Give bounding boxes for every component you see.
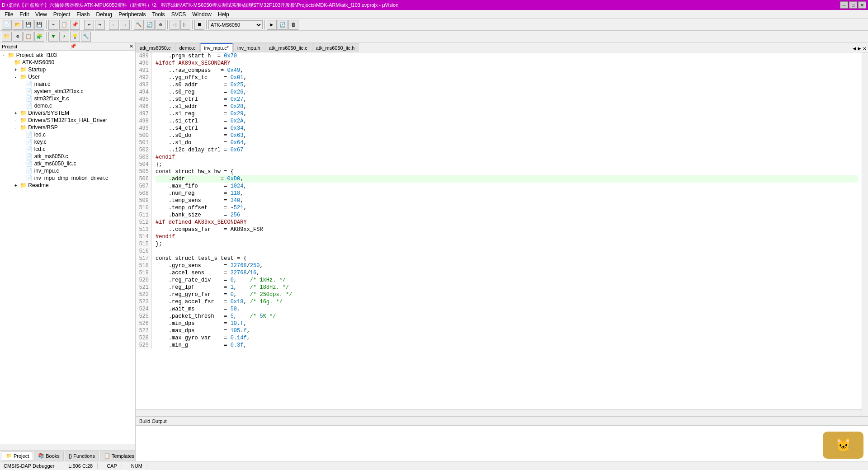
menu-item-edit[interactable]: Edit [17, 10, 32, 19]
code-line[interactable]: .packet_thresh = 5, /* 5% */ [156, 313, 858, 320]
tree-item[interactable]: 📄 lcd.c [0, 146, 135, 153]
code-line[interactable]: .addr = 0xD0, [156, 175, 858, 183]
flasher-button[interactable]: 💡 [70, 32, 80, 42]
code-line[interactable]: ..s1_ctrl = 0x2A, [156, 118, 858, 125]
tree-item[interactable]: + 📁 Startup [0, 66, 135, 73]
tree-item[interactable]: 📄 atk_ms6050_iic.c [0, 160, 135, 167]
flash-button[interactable]: ⚡ [59, 32, 69, 42]
editor-tab[interactable]: inv_mpu.h [233, 43, 264, 52]
menu-item-debug[interactable]: Debug [94, 10, 115, 19]
code-line[interactable]: ..s0_reg = 0x26, [156, 89, 858, 96]
build-output-content[interactable] [136, 426, 868, 461]
sidebar-close-icon[interactable]: ✕ [129, 43, 133, 49]
bottom-tab-project[interactable]: 📁Project [2, 451, 33, 461]
menu-item-window[interactable]: Window [189, 10, 214, 19]
code-line[interactable]: ..s0_do = 0x63, [156, 132, 858, 139]
build-button[interactable]: 🔨 [134, 20, 144, 30]
erase-button[interactable]: 🗑 [288, 20, 298, 30]
code-line[interactable]: ..yg_offs_tc = 0x01, [156, 74, 858, 81]
tree-item[interactable]: - 📁 Drivers/STM32F1xx_HAL_Driver [0, 117, 135, 124]
code-lines[interactable]: .prgm_start_h = 0x70#ifdef AK89xx_SECOND… [152, 52, 862, 349]
menu-item-view[interactable]: View [33, 10, 50, 19]
tree-item[interactable]: 📄 key.c [0, 138, 135, 146]
tree-item[interactable]: + 📁 Readme [0, 182, 135, 189]
download-button[interactable]: ▼ [48, 32, 58, 42]
sidebar-pin-icon[interactable]: 📌 [70, 43, 76, 49]
batch-build-button[interactable]: ⚙ [156, 20, 165, 30]
save-button[interactable]: 💾 [24, 20, 33, 30]
maximize-button[interactable]: □ [849, 1, 857, 9]
code-line[interactable]: .min_dps = 10.f, [156, 320, 858, 327]
code-line[interactable]: ..s4_ctrl = 0x34, [156, 125, 858, 132]
code-line[interactable]: #if defined AK89xx_SECONDARY [156, 219, 858, 226]
code-line[interactable]: .gyro_sens = 32768/250, [156, 262, 858, 269]
expand-icon[interactable]: + [13, 111, 19, 116]
code-line[interactable]: }; [156, 240, 858, 248]
open-button[interactable]: 📂 [13, 20, 23, 30]
code-line[interactable]: .reg_accel_fsr = 0x18, /* 16g. */ [156, 298, 858, 306]
menu-item-peripherals[interactable]: Peripherals [116, 10, 149, 19]
code-line[interactable]: .temp_offset = -521, [156, 204, 858, 212]
expand-icon[interactable]: + [13, 67, 19, 72]
cut-button[interactable]: ✂ [48, 20, 58, 30]
undo-button[interactable]: ↩ [84, 20, 94, 30]
tree-item[interactable]: 📄 main.c [0, 80, 135, 88]
code-line[interactable]: }; [156, 161, 858, 168]
rebuild-button[interactable]: 🔄 [145, 20, 155, 30]
reset-button[interactable]: 🔃 [278, 20, 288, 30]
tree-item[interactable]: - 📁 ATK-MS6050 [0, 59, 135, 66]
editor-tab[interactable]: demo.c [175, 43, 199, 52]
code-line[interactable]: .min_g = 0.3f, [156, 342, 858, 349]
paste-button[interactable]: 📌 [70, 20, 80, 30]
editor-tab[interactable]: atk_ms6050_iic.h [312, 43, 359, 52]
tree-item[interactable]: 📄 demo.c [0, 102, 135, 109]
tree-item[interactable]: 📄 led.c [0, 131, 135, 138]
open-proj-button[interactable]: 📁 [2, 32, 12, 42]
menu-item-flash[interactable]: Flash [74, 10, 92, 19]
editor-tab[interactable]: atk_ms6050_iic.c [265, 43, 311, 52]
code-line[interactable]: .max_dps = 105.f, [156, 327, 858, 334]
code-scroll[interactable]: 4894904914924934944954964974984995005015… [136, 52, 862, 409]
code-line[interactable]: .max_gyro_var = 0.14f, [156, 334, 858, 342]
tree-item[interactable]: - 📁 Project: atk_f103 [0, 52, 135, 59]
menu-item-file[interactable]: File [2, 10, 16, 19]
code-line[interactable]: ..s1_do = 0x64, [156, 139, 858, 146]
code-line[interactable]: .wait_ms = 50, [156, 306, 858, 313]
code-line[interactable]: .reg_lpf = 1, /* 188Hz. */ [156, 284, 858, 291]
indent-button[interactable]: →| [170, 20, 179, 30]
code-line[interactable]: #endif [156, 154, 858, 161]
tree-item[interactable]: + 📁 Drivers/SYSTEM [0, 109, 135, 117]
tree-item[interactable]: 📄 inv_mpu_dmp_motion_driver.c [0, 174, 135, 182]
stop-button[interactable]: ⏹ [194, 20, 204, 30]
code-line[interactable]: #endif [156, 233, 858, 240]
tree-item[interactable]: - 📁 Drivers/BSP [0, 124, 135, 131]
config-button[interactable]: 🔧 [81, 32, 91, 42]
tree-item[interactable]: 📄 inv_mpu.c [0, 167, 135, 174]
editor-tab[interactable]: inv_mpu.c* [200, 43, 233, 52]
code-line[interactable]: .temp_sens = 340, [156, 197, 858, 204]
code-line[interactable]: ..s1_reg = 0x29, [156, 110, 858, 118]
code-line[interactable]: ..raw_compass = 0x49, [156, 67, 858, 74]
menu-item-project[interactable]: Project [51, 10, 73, 19]
sidebar-horizontal-scroll[interactable] [0, 444, 135, 450]
code-line[interactable]: .reg_rate_div = 0, /* 1kHz. */ [156, 277, 858, 284]
tabs-right-arrow[interactable]: ▶ [858, 45, 861, 52]
code-line[interactable]: const struct test_s test = { [156, 255, 858, 262]
save-all-button[interactable]: 💾 [34, 20, 44, 30]
unindent-button[interactable]: |← [180, 20, 190, 30]
tabs-close-icon[interactable]: ✕ [863, 45, 866, 52]
code-line[interactable]: ..i2c_delay_ctrl = 0x67 [156, 146, 858, 154]
close-button[interactable]: ✕ [858, 1, 866, 9]
code-line[interactable]: const struct hw_s hw = { [156, 168, 858, 175]
nav-back-button[interactable]: ← [109, 20, 119, 30]
menu-item-help[interactable]: Help [215, 10, 232, 19]
menu-item-tools[interactable]: Tools [150, 10, 168, 19]
expand-icon[interactable]: - [7, 60, 12, 65]
code-line[interactable]: ..s1_addr = 0x28, [156, 103, 858, 110]
code-line[interactable]: #ifdef AK89xx_SECONDARY [156, 60, 858, 67]
manage-button[interactable]: 📋 [24, 32, 33, 42]
copy-button[interactable]: 📋 [59, 20, 69, 30]
redo-button[interactable]: ↪ [95, 20, 105, 30]
expand-icon[interactable]: - [13, 118, 19, 123]
tree-item[interactable]: 📄 atk_ms6050.c [0, 153, 135, 160]
